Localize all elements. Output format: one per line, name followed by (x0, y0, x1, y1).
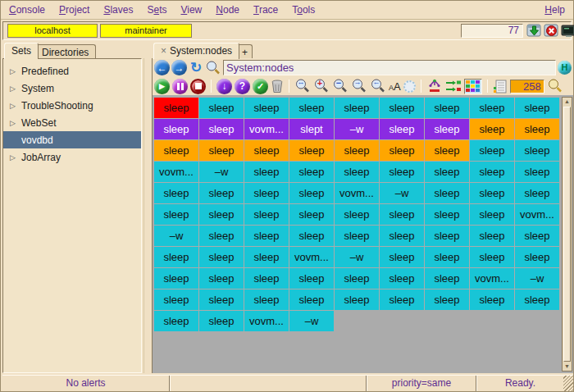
node-cell[interactable]: sleep (154, 140, 198, 161)
node-cell[interactable]: sleep (470, 162, 514, 182)
reload-button[interactable]: ↻ (189, 59, 203, 76)
cluster-view-button[interactable] (403, 80, 416, 93)
node-cell[interactable]: sleep (199, 311, 244, 331)
node-cell[interactable]: sleep (244, 140, 289, 161)
stop-button[interactable] (190, 79, 206, 94)
node-cell[interactable]: sleep (425, 183, 469, 203)
zoom-prev-button[interactable]: ← (370, 78, 386, 94)
node-cell[interactable]: sleep (244, 98, 289, 118)
node-cell[interactable]: –w (199, 162, 244, 182)
node-cell[interactable]: sleep (515, 183, 559, 203)
node-cell[interactable]: sleep (515, 226, 559, 246)
node-cell[interactable]: sleep (199, 268, 244, 289)
close-window-button[interactable] (544, 23, 559, 39)
node-cell[interactable]: sleep (380, 247, 424, 267)
expand-arrow-icon[interactable]: ▷ (10, 153, 21, 162)
node-cell[interactable]: sleep (244, 183, 289, 203)
node-cell[interactable]: sleep (380, 226, 424, 246)
node-cell[interactable]: sleep (289, 268, 334, 289)
pause-button[interactable] (172, 79, 188, 94)
zoom-next-button[interactable]: → (351, 78, 367, 94)
node-cell[interactable]: vovm... (470, 268, 514, 289)
node-cell[interactable]: sleep (470, 204, 514, 225)
node-cell[interactable]: sleep (289, 162, 334, 182)
node-cell[interactable]: sleep (470, 98, 514, 118)
node-cell[interactable]: sleep (515, 289, 559, 310)
node-cell[interactable]: sleep (335, 268, 379, 289)
node-cell[interactable]: sleep (470, 183, 514, 203)
node-cell[interactable]: sleep (380, 162, 424, 182)
node-cell[interactable]: –w (289, 311, 334, 331)
node-cell[interactable]: sleep (244, 268, 289, 289)
node-cell[interactable]: sleep (515, 140, 559, 161)
node-cell[interactable]: sleep (199, 98, 244, 118)
node-cell[interactable]: sleep (380, 268, 424, 289)
node-cell[interactable]: vovm... (335, 183, 379, 203)
node-cell[interactable]: sleep (154, 183, 198, 203)
menu-trace[interactable]: Trace (253, 4, 278, 16)
node-cell[interactable]: sleep (515, 247, 559, 267)
find-node-button[interactable] (547, 78, 563, 94)
node-cell[interactable]: sleep (289, 183, 334, 203)
menu-console[interactable]: Console (9, 4, 45, 16)
delete-button[interactable] (271, 79, 284, 93)
node-cell[interactable]: sleep (335, 226, 379, 246)
node-cell[interactable]: sleep (335, 98, 379, 118)
node-cell[interactable]: sleep (425, 226, 469, 246)
node-cell[interactable]: vovm... (244, 311, 289, 331)
node-cell[interactable]: sleep (470, 140, 514, 161)
node-cell[interactable]: sleep (380, 289, 424, 310)
user-field[interactable]: maintainer (100, 24, 192, 38)
resize-grip[interactable] (563, 376, 573, 391)
tree-item-system[interactable]: ▷System (3, 80, 141, 97)
node-cell[interactable]: sleep (335, 162, 379, 182)
node-cell[interactable]: vovm... (289, 247, 334, 267)
menu-node[interactable]: Node (216, 4, 239, 16)
expand-arrow-icon[interactable]: ▷ (10, 119, 21, 127)
expand-arrow-icon[interactable]: ▷ (10, 102, 21, 110)
tree-item-jobarray[interactable]: ▷JobArray (3, 148, 141, 166)
node-cell[interactable]: –w (335, 119, 379, 139)
node-cell[interactable]: sleep (515, 119, 559, 139)
node-cell[interactable]: sleep (425, 98, 469, 118)
node-cell[interactable]: sleep (380, 98, 424, 118)
node-cell[interactable]: sleep (289, 98, 334, 118)
menu-project[interactable]: Project (59, 4, 89, 16)
expand-arrow-icon[interactable]: ▷ (10, 84, 21, 93)
back-button[interactable]: ← (154, 60, 170, 75)
grid-view-button[interactable] (464, 79, 482, 94)
node-cell[interactable]: vovm... (244, 119, 289, 139)
zoom-in-button[interactable]: + (313, 78, 330, 94)
tree-item-troubleshooting[interactable]: ▷TroubleShooting (3, 97, 141, 114)
node-cell[interactable]: sleep (425, 162, 469, 182)
node-cell[interactable]: sleep (289, 140, 334, 161)
node-cell[interactable]: sleep (154, 268, 198, 289)
font-size-button[interactable]: AA (389, 80, 401, 93)
node-cell[interactable]: sleep (154, 204, 198, 225)
node-cell[interactable]: sleep (289, 289, 334, 310)
validate-button[interactable]: ✓ (253, 79, 268, 94)
tab-system-nodes[interactable]: ×System:nodes (153, 43, 239, 59)
tab-directories[interactable]: Directories (34, 44, 96, 59)
scroll-down-icon[interactable]: ▼ (563, 362, 572, 371)
node-cell[interactable]: vovm... (154, 162, 198, 182)
node-cell[interactable]: –w (380, 183, 424, 203)
query-button[interactable]: ? (235, 79, 250, 94)
node-cell[interactable]: –w (154, 226, 198, 246)
forward-button[interactable]: → (171, 60, 187, 75)
node-cell[interactable]: sleep (199, 289, 244, 310)
menu-help[interactable]: Help (544, 4, 565, 16)
menu-slaves[interactable]: Slaves (103, 4, 133, 16)
node-cell[interactable]: sleep (425, 140, 469, 161)
node-cell[interactable]: slept (289, 119, 334, 139)
menu-sets[interactable]: Sets (147, 4, 166, 16)
refresh-window-button[interactable] (526, 23, 542, 39)
vertical-scrollbar[interactable]: ▲ ▼ (562, 97, 572, 371)
node-cell[interactable]: sleep (425, 119, 469, 139)
node-cell[interactable]: vovm... (515, 204, 559, 225)
panel-splitter[interactable] (144, 58, 153, 373)
node-cell[interactable]: sleep (154, 311, 198, 331)
node-cell[interactable]: sleep (289, 226, 334, 246)
node-cell[interactable]: sleep (199, 183, 244, 203)
start-button[interactable]: ▶ (154, 79, 170, 94)
